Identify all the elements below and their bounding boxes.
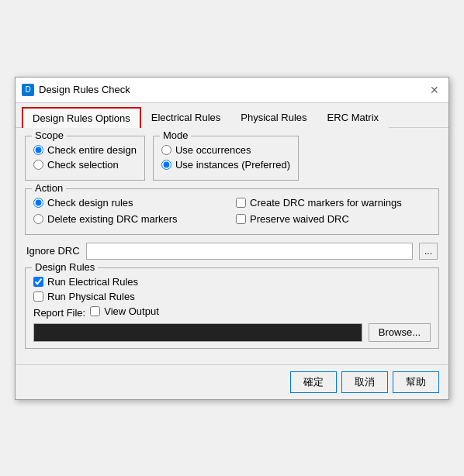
mode-radio-1[interactable] [161,160,171,170]
cancel-button[interactable]: 取消 [341,371,388,393]
action-radio-1[interactable] [33,214,43,224]
design-rule-0: Run Electrical Rules [33,276,431,288]
ignore-drc-input[interactable] [86,243,413,260]
browse-button[interactable]: Browse... [369,323,431,342]
action-label-right-1: Preserve waived DRC [250,213,349,225]
scope-title: Scope [32,129,67,141]
file-path-row: Browse... [33,323,431,342]
scope-label-0: Check entire design [47,144,137,156]
mode-group: Mode Use occurrences Use instances (Pref… [153,136,299,181]
mode-content: Use occurrences Use instances (Preferred… [161,144,290,171]
action-label-left-1: Delete existing DRC markers [47,213,178,225]
close-button[interactable]: ✕ [427,82,442,98]
action-right-1: Preserve waived DRC [236,213,431,225]
report-file-label: Report File: [33,307,85,319]
action-label-left-0: Check design rules [47,197,133,209]
view-output-checkbox[interactable] [90,306,100,316]
scope-radio-0[interactable] [33,145,43,155]
design-rule-label-0: Run Electrical Rules [47,276,138,288]
design-rules-title: Design Rules [32,261,98,273]
action-label-right-0: Create DRC markers for warnings [250,197,402,209]
view-output-label: View Output [104,305,159,317]
window-title: Design Rules Check [39,84,130,95]
design-rule-checkbox-0[interactable] [33,277,43,287]
action-radio-0[interactable] [33,198,43,208]
ignore-drc-label: Ignore DRC [26,245,80,257]
ignore-drc-browse-button[interactable]: ... [419,243,438,260]
confirm-button[interactable]: 確定 [290,371,337,393]
action-checkbox-0[interactable] [236,198,246,208]
mode-label-0: Use occurrences [175,144,251,156]
title-bar: D Design Rules Check ✕ [16,78,448,103]
mode-title: Mode [160,129,192,141]
view-output-row: View Output [90,305,159,317]
tab-content: Scope Check entire design Check selectio… [16,128,448,364]
mode-radio-0[interactable] [161,145,171,155]
scope-mode-row: Scope Check entire design Check selectio… [25,136,439,188]
scope-option-0: Check entire design [33,144,137,156]
window-icon: D [22,84,34,96]
design-rules-group: Design Rules Run Electrical Rules Run Ph… [25,267,439,349]
mode-option-0: Use occurrences [161,144,290,156]
report-file-row: Report File: View Output [33,305,431,320]
title-bar-left: D Design Rules Check [22,84,130,96]
design-rules-content: Run Electrical Rules Run Physical Rules … [33,276,431,342]
design-rule-1: Run Physical Rules [33,291,431,302]
action-checkbox-1[interactable] [236,214,246,224]
scope-option-1: Check selection [33,159,137,171]
mode-option-1: Use instances (Preferred) [161,159,290,171]
tab-erc-matrix[interactable]: ERC Matrix [317,107,389,128]
design-rule-checkbox-1[interactable] [33,291,43,302]
tab-bar: Design Rules Options Electrical Rules Ph… [16,103,448,128]
action-left-1: Delete existing DRC markers [33,213,228,225]
design-rule-label-1: Run Physical Rules [47,291,135,302]
bottom-bar: 確定 取消 幫助 [16,364,448,399]
action-right-0: Create DRC markers for warnings [236,197,431,209]
action-left-0: Check design rules [33,197,228,209]
action-title: Action [32,182,66,194]
scope-group: Scope Check entire design Check selectio… [25,136,145,181]
file-path-input[interactable] [33,323,362,342]
main-window: D Design Rules Check ✕ Design Rules Opti… [15,77,449,400]
scope-content: Check entire design Check selection [33,144,137,171]
tab-physical-rules[interactable]: Physical Rules [230,107,317,128]
tab-design-rules-options[interactable]: Design Rules Options [22,107,141,128]
help-button[interactable]: 幫助 [393,371,439,393]
scope-label-1: Check selection [47,159,119,171]
action-group: Action Check design rules Create DRC mar… [25,188,439,235]
tab-electrical-rules[interactable]: Electrical Rules [141,107,231,128]
ignore-drc-row: Ignore DRC ... [25,243,439,260]
action-content: Check design rules Create DRC markers fo… [33,197,431,228]
scope-radio-1[interactable] [33,160,43,170]
mode-label-1: Use instances (Preferred) [175,159,290,171]
